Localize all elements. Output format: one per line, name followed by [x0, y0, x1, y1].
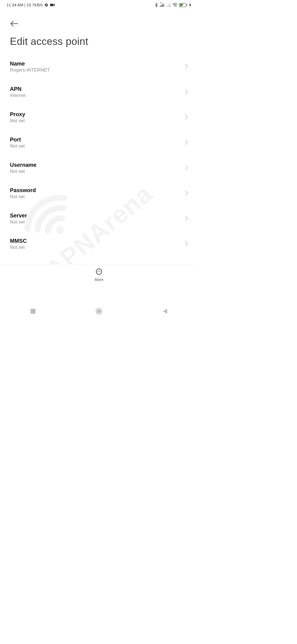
setting-row-apn[interactable]: APN internet	[0, 79, 198, 105]
svg-rect-6	[164, 3, 164, 7]
setting-label: MMSC	[10, 238, 27, 244]
charging-icon	[189, 3, 191, 7]
signal-nosim-icon	[166, 3, 171, 7]
setting-main: MMSC Not set	[10, 238, 27, 250]
setting-main: APN internet	[10, 86, 26, 98]
svg-point-20	[100, 271, 100, 272]
setting-row-name[interactable]: Name Rogers-INTERNET	[0, 54, 198, 79]
gear-icon	[44, 3, 48, 7]
network-type-label: 4G	[160, 2, 162, 4]
svg-rect-8	[167, 5, 168, 7]
svg-point-23	[97, 309, 101, 313]
setting-row-server[interactable]: Server Not set	[0, 206, 198, 231]
svg-rect-1	[50, 4, 53, 6]
chevron-right-icon	[185, 241, 188, 247]
setting-label: Port	[10, 137, 25, 143]
setting-value: Not set	[10, 143, 25, 149]
triangle-left-icon	[163, 309, 167, 315]
setting-label: Username	[10, 162, 37, 168]
svg-rect-21	[31, 309, 35, 314]
camera-icon	[50, 3, 55, 7]
nav-back-button[interactable]	[148, 303, 182, 320]
setting-label: Password	[10, 187, 36, 193]
setting-main: Password Not set	[10, 187, 36, 200]
chevron-right-icon	[185, 89, 188, 95]
setting-value: Not set	[10, 219, 27, 225]
battery-icon: 38	[179, 3, 187, 7]
bottom-action-bar: More	[0, 264, 198, 286]
signal-4g-icon: 4G	[160, 3, 164, 7]
setting-value: Not set	[10, 118, 25, 124]
chevron-right-icon	[185, 114, 188, 121]
chevron-right-icon	[185, 140, 188, 146]
setting-main: Name Rogers-INTERNET	[10, 61, 50, 73]
setting-row-port[interactable]: Port Not set	[0, 130, 198, 155]
svg-rect-9	[168, 4, 169, 7]
setting-main: Server Not set	[10, 212, 27, 225]
more-icon	[96, 268, 102, 276]
setting-label: Server	[10, 212, 27, 219]
setting-row-password[interactable]: Password Not set	[0, 181, 198, 206]
chevron-right-icon	[185, 64, 188, 70]
setting-label: Proxy	[10, 111, 25, 118]
more-button[interactable]: More	[95, 268, 103, 282]
page-title: Edit access point	[0, 30, 198, 52]
svg-rect-10	[169, 4, 170, 7]
top-bar	[0, 10, 198, 30]
bluetooth-icon	[155, 3, 158, 7]
setting-value: Rogers-INTERNET	[10, 67, 50, 73]
setting-label: Name	[10, 61, 50, 67]
setting-row-username[interactable]: Username Not set	[0, 155, 198, 181]
svg-rect-5	[163, 4, 164, 7]
setting-main: Proxy Not set	[10, 111, 25, 124]
setting-main: Port Not set	[10, 137, 25, 149]
setting-value: internet	[10, 93, 26, 98]
svg-point-19	[99, 271, 99, 272]
setting-value: Not set	[10, 245, 27, 250]
svg-point-18	[97, 271, 98, 272]
status-right: 4G	[155, 3, 191, 7]
svg-rect-7	[166, 6, 167, 7]
arrow-left-icon	[10, 21, 18, 27]
list-fade-overlay	[0, 385, 198, 390]
settings-list: Name Rogers-INTERNET APN internet Proxy …	[0, 52, 198, 282]
setting-row-mmsc[interactable]: MMSC Not set	[0, 231, 198, 256]
nav-recents-button[interactable]	[16, 303, 50, 320]
status-speed-text: 10.7KB/s	[27, 3, 43, 7]
system-nav-bar	[0, 303, 198, 320]
wifi-icon	[172, 3, 177, 7]
chevron-right-icon	[185, 165, 188, 171]
square-icon	[31, 309, 35, 315]
chevron-right-icon	[185, 190, 188, 197]
setting-row-proxy[interactable]: Proxy Not set	[0, 105, 198, 130]
setting-value: Not set	[10, 169, 37, 174]
more-label: More	[95, 277, 103, 282]
status-time: 11:34 AM | 10.7KB/s	[7, 3, 43, 7]
svg-rect-4	[162, 4, 163, 7]
svg-rect-2	[160, 6, 161, 7]
circle-icon	[96, 308, 102, 315]
back-button[interactable]	[8, 18, 20, 30]
chevron-right-icon	[185, 215, 188, 222]
svg-rect-14	[186, 4, 187, 6]
battery-percent-text: 38	[180, 3, 183, 6]
setting-main: Username Not set	[10, 162, 37, 174]
setting-value: Not set	[10, 194, 36, 200]
nav-home-button[interactable]	[82, 303, 116, 320]
status-time-text: 11:34 AM	[7, 3, 23, 7]
status-bar: 11:34 AM | 10.7KB/s 4G	[0, 0, 198, 10]
status-left: 11:34 AM | 10.7KB/s	[7, 3, 55, 7]
svg-rect-3	[161, 5, 162, 7]
setting-label: APN	[10, 86, 26, 92]
svg-point-11	[175, 6, 175, 7]
